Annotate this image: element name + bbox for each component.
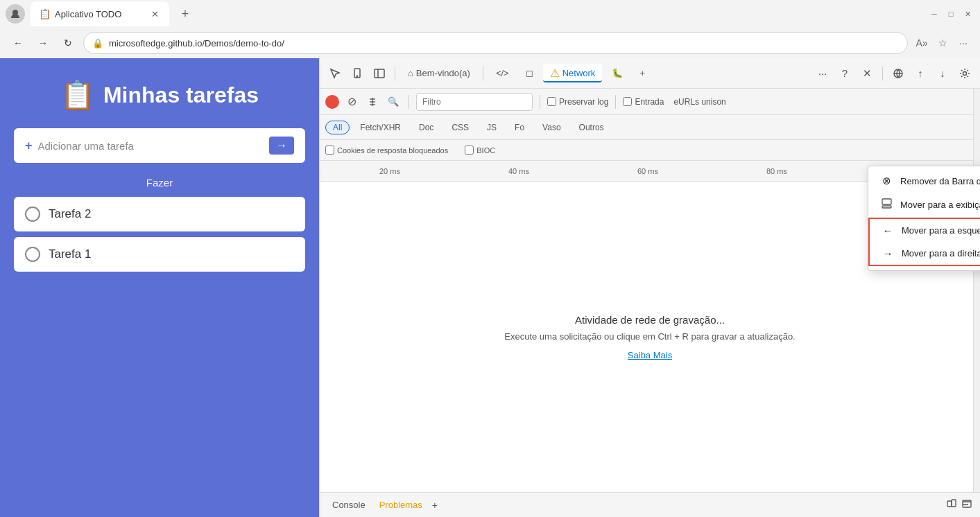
tab-network[interactable]: ⚠ Network xyxy=(543,64,603,82)
todo-item-1-text: Tarefa 1 xyxy=(49,247,91,261)
devtools-learn-more-link[interactable]: Saiba Mais xyxy=(628,350,672,360)
filter-btn-fetch[interactable]: Fetch/XHR xyxy=(352,121,409,134)
todo-app-icon: 📋 xyxy=(60,79,95,112)
devtools-more-button[interactable]: ··· xyxy=(813,64,832,83)
toolbar-sep3 xyxy=(882,67,883,80)
tab-source-label: ◻ xyxy=(526,68,533,78)
tab-debug[interactable]: 🐛 xyxy=(605,65,630,81)
search-network-button[interactable]: 🔍 xyxy=(385,94,402,110)
add-task-placeholder: Adicionar uma tarefa xyxy=(38,140,264,152)
window-close-button[interactable]: ✕ xyxy=(961,7,974,21)
bioc-check[interactable]: BIOC xyxy=(465,146,495,155)
devtools-secondary-toolbar: ⊘ 🔍 Preservar log Entrada eURLs unison xyxy=(320,89,980,115)
browser-addressbar: ← → ↻ 🔒 microsoftedge.github.io/Demos/de… xyxy=(0,28,980,58)
minimize-button[interactable]: ─ xyxy=(927,7,941,21)
timeline-marker-60: 60 ms xyxy=(637,167,658,175)
preserve-log-check[interactable]: Preservar log xyxy=(547,97,608,107)
todo-item-1[interactable]: Tarefa 1 xyxy=(14,237,305,272)
entrada-check[interactable]: Entrada xyxy=(623,97,664,107)
filter-btn-fo[interactable]: Fo xyxy=(507,121,532,134)
todo-add-bar[interactable]: + Adicionar uma tarefa → xyxy=(14,128,305,163)
filter-btn-all[interactable]: All xyxy=(325,121,350,134)
devtools-filter-row: All Fetch/XHR Doc CSS JS Fo Vaso Outros xyxy=(320,115,980,140)
context-menu-item-remove[interactable]: ⊗ Remover da Barra de Atividades xyxy=(868,169,980,193)
context-menu-item-move-left[interactable]: ← Mover para a esquerda xyxy=(870,219,980,242)
bottom-icon-2[interactable] xyxy=(962,499,972,511)
entrada-checkbox[interactable] xyxy=(623,97,632,106)
preserve-log-checkbox[interactable] xyxy=(547,97,556,106)
browser-avatar[interactable] xyxy=(6,4,25,24)
svg-point-7 xyxy=(372,101,373,103)
toolbar2-sep3 xyxy=(615,95,616,109)
refresh-button[interactable]: ↻ xyxy=(58,33,78,53)
tab-welcome[interactable]: ⌂ Bem-vindo(a) xyxy=(401,65,477,81)
address-bar-input[interactable]: 🔒 microsoftedge.github.io/Demos/demo-to-… xyxy=(83,32,908,54)
console-tab[interactable]: Console xyxy=(328,498,370,511)
devtools-close-button[interactable]: ✕ xyxy=(857,64,877,83)
browser-more-icon[interactable]: ··· xyxy=(955,35,972,51)
devtools-help-button[interactable]: ? xyxy=(835,64,854,83)
svg-rect-15 xyxy=(947,501,952,507)
new-tab-button[interactable]: + xyxy=(175,3,196,24)
devtools-panel: ⌂ Bem-vindo(a) </> ◻ ⚠ Network 🐛 + xyxy=(319,58,980,517)
clear-button[interactable]: ⊘ xyxy=(343,94,360,110)
forward-button[interactable]: → xyxy=(33,33,53,53)
move-right-icon: → xyxy=(881,247,895,259)
timeline-marker-80: 80 ms xyxy=(766,167,787,175)
problems-tab[interactable]: Problemas xyxy=(375,498,427,511)
tab-elements[interactable]: </> xyxy=(489,65,516,81)
main-content: 📋 Minhas tarefas + Adicionar uma tarefa … xyxy=(0,58,980,517)
record-button[interactable] xyxy=(325,95,339,109)
window-controls: ─ □ ✕ xyxy=(927,7,974,21)
devtools-settings-icon[interactable] xyxy=(955,64,974,83)
tab-close-button[interactable]: ✕ xyxy=(148,8,161,20)
devtools-scrollbar[interactable] xyxy=(973,89,980,492)
network-icon[interactable] xyxy=(888,64,908,83)
add-panel-button[interactable]: + xyxy=(432,500,438,511)
move-left-icon: ← xyxy=(881,225,895,236)
context-menu-item-move-bottom[interactable]: Mover para a exibição rápida inferior xyxy=(868,193,980,216)
download-icon[interactable]: ↓ xyxy=(933,64,952,83)
devtools-panel-toggle-icon[interactable] xyxy=(370,64,389,83)
back-button[interactable]: ← xyxy=(8,33,28,53)
cookies-check[interactable]: Cookies de resposta bloqueados xyxy=(325,146,448,155)
preserve-log-label: Preservar log xyxy=(559,97,608,107)
debug-icon: 🐛 xyxy=(612,68,623,78)
browser-chrome: 📋 Aplicativo TODO ✕ + ─ □ ✕ ← → ↻ 🔒 micr… xyxy=(0,0,980,58)
toolbar2-sep xyxy=(409,95,409,109)
svg-point-5 xyxy=(963,71,967,75)
context-menu-item-move-bottom-label: Mover para a exibição rápida inferior xyxy=(900,200,980,210)
tab-source[interactable]: ◻ xyxy=(519,65,540,81)
filter-btn-doc[interactable]: Doc xyxy=(411,121,441,134)
devtools-inspect-icon[interactable] xyxy=(325,64,345,83)
bottom-icon-1[interactable] xyxy=(947,499,956,511)
tab-elements-label: </> xyxy=(496,68,509,78)
bioc-checkbox[interactable] xyxy=(465,146,474,155)
context-menu-item-move-right[interactable]: → Mover para a direita xyxy=(870,242,980,265)
filter-input[interactable] xyxy=(416,93,533,111)
devtools-device-icon[interactable] xyxy=(347,64,367,83)
browser-tab[interactable]: 📋 Aplicativo TODO ✕ xyxy=(31,1,169,26)
filter-btn-js[interactable]: JS xyxy=(479,121,504,134)
todo-app: 📋 Minhas tarefas + Adicionar uma tarefa … xyxy=(0,58,319,517)
favorites-icon[interactable]: ☆ xyxy=(934,35,951,51)
cookies-checkbox[interactable] xyxy=(325,146,334,155)
read-aloud-icon[interactable]: A» xyxy=(913,35,930,51)
filter-btn-vaso[interactable]: Vaso xyxy=(535,121,568,134)
filter-btn-css[interactable]: CSS xyxy=(444,121,476,134)
svg-point-8 xyxy=(372,104,373,105)
filter-btn-outros[interactable]: Outros xyxy=(571,121,612,134)
tab-add[interactable]: + xyxy=(633,65,652,81)
context-menu-item-move-left-label: Mover para a esquerda xyxy=(902,225,980,236)
add-task-button[interactable]: → xyxy=(269,137,294,155)
devtools-empty-title: Atividade de rede de gravação... xyxy=(575,314,725,326)
bottom-right-icons xyxy=(947,499,972,511)
maximize-button[interactable]: □ xyxy=(944,7,958,21)
upload-icon[interactable]: ↑ xyxy=(911,64,930,83)
browser-titlebar: 📋 Aplicativo TODO ✕ + ─ □ ✕ xyxy=(0,0,980,28)
todo-item-2[interactable]: Tarefa 2 xyxy=(14,197,305,231)
bioc-label: BIOC xyxy=(476,146,495,155)
todo-item-2-text: Tarefa 2 xyxy=(49,207,91,221)
svg-rect-18 xyxy=(882,199,891,204)
filter-settings-button[interactable] xyxy=(364,94,381,110)
